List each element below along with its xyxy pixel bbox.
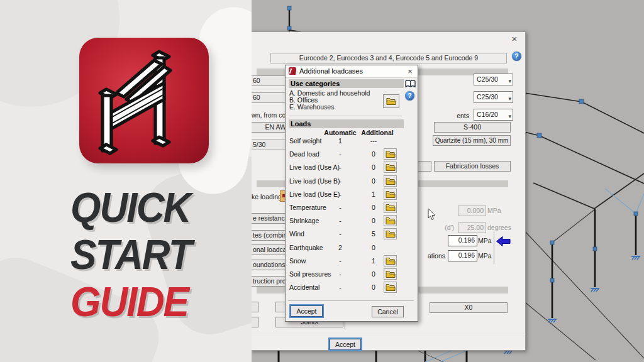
- dialog-title: Additional loadcases: [299, 67, 363, 75]
- load-additional-value: 0: [366, 150, 381, 158]
- load-automatic-value: -: [328, 177, 353, 185]
- load-automatic-value: -: [328, 163, 353, 171]
- pressure-field-2[interactable]: 0.196: [448, 250, 477, 261]
- load-automatic-value: 2: [328, 244, 353, 251]
- divider: [250, 334, 525, 335]
- steel-grade-button[interactable]: S-400: [434, 122, 511, 133]
- divider: [289, 116, 402, 116]
- load-folder-button[interactable]: [384, 268, 397, 280]
- unit-label: MPa: [478, 252, 492, 260]
- load-row-name: Temperature: [289, 204, 326, 211]
- load-additional-value: 0: [366, 270, 381, 278]
- folder-icon: [386, 203, 396, 212]
- unit-label: MPa: [487, 207, 501, 214]
- window-close-icon[interactable]: ×: [509, 33, 520, 45]
- load-row-name: Wind: [289, 230, 304, 238]
- copy-left-arrow-button[interactable]: [496, 236, 511, 246]
- load-additional-value: 5: [366, 230, 381, 238]
- load-folder-button[interactable]: [384, 228, 397, 239]
- use-categories-header: Use categories: [289, 79, 404, 88]
- load-automatic-value: -: [328, 283, 353, 291]
- dialog-help-icon[interactable]: ?: [405, 91, 414, 101]
- folder-icon: [386, 150, 396, 158]
- loads-header: Loads: [289, 119, 404, 128]
- material-field-1[interactable]: 60: [250, 75, 288, 86]
- folder-icon: [386, 163, 396, 172]
- load-row-name: Earthquake: [289, 244, 323, 251]
- load-folder-button[interactable]: [384, 255, 397, 266]
- concrete-grade-select-3[interactable]: C16/20 ▾: [474, 109, 513, 121]
- load-automatic-value: -: [328, 190, 353, 198]
- load-automatic-value: -: [328, 217, 353, 224]
- chevron-down-icon: ▾: [508, 94, 511, 104]
- window-help-icon[interactable]: ?: [512, 52, 521, 61]
- loading-label: ke loading: [252, 193, 282, 200]
- open-categories-folder-button[interactable]: [383, 94, 399, 108]
- d-prime-label: (d'): [436, 224, 454, 231]
- title-line-2: START: [70, 231, 191, 278]
- folder-icon: [386, 270, 396, 278]
- window-accept-button[interactable]: Accept: [330, 339, 361, 350]
- load-additional-value: 0: [366, 204, 381, 211]
- en-aw-button[interactable]: EN AW: [250, 122, 289, 133]
- load-folder-button[interactable]: [384, 162, 397, 173]
- load-folder-button[interactable]: [384, 282, 397, 293]
- chevron-down-icon: ▾: [508, 111, 511, 122]
- folder-icon: [386, 229, 396, 238]
- load-automatic-value: -: [328, 150, 353, 158]
- load-folder-button[interactable]: [384, 215, 397, 226]
- folder-icon: [386, 256, 396, 265]
- load-additional-value: 1: [366, 190, 381, 198]
- load-automatic-value: -: [328, 270, 353, 278]
- dialog-accept-button[interactable]: Accept: [291, 305, 323, 317]
- load-folder-button[interactable]: [384, 189, 397, 200]
- load-row-name: Dead load: [289, 150, 319, 158]
- folder-icon: [386, 283, 396, 292]
- material-field-2[interactable]: 60: [250, 92, 288, 103]
- column-header-automatic: Automatic: [320, 129, 360, 136]
- concrete-grade-select-1[interactable]: C25/30 ▾: [474, 74, 513, 85]
- dialog-cancel-button[interactable]: Cancel: [372, 306, 404, 317]
- thumbnail-panel: QUICK START GUIDE: [0, 0, 252, 362]
- load-folder-button[interactable]: [384, 175, 397, 187]
- load-automatic-value: -: [328, 204, 353, 211]
- load-folder-button[interactable]: [384, 202, 397, 213]
- use-category-item: E. Warehouses: [289, 103, 334, 111]
- fabrication-losses-button[interactable]: Fabrication losses: [434, 161, 511, 172]
- folder-icon: [386, 97, 396, 106]
- beams-icon: [79, 38, 209, 163]
- concrete-field[interactable]: 5/30: [250, 140, 288, 150]
- divider: [288, 300, 414, 301]
- steel-beams-logo: [79, 38, 209, 163]
- load-additional-value: ---: [366, 137, 381, 145]
- elements-label: ents: [439, 112, 469, 119]
- folder-icon: [386, 177, 396, 185]
- load-automatic-value: -: [328, 230, 353, 238]
- load-row-name: Self weight: [289, 137, 321, 145]
- surface-button[interactable]: Quartzite (15 mm), 30 mm: [433, 135, 511, 146]
- load-additional-value: 0: [366, 177, 381, 185]
- load-additional-value: 1: [366, 257, 381, 265]
- x0-button[interactable]: X0: [430, 302, 508, 313]
- mouse-cursor: [428, 209, 436, 221]
- foundations-value-label: ations: [421, 252, 445, 260]
- value-field-2: 25.00: [458, 222, 486, 233]
- folder-icon: [386, 216, 396, 225]
- concrete-grade-select-2[interactable]: C25/30 ▾: [474, 91, 513, 103]
- load-folder-button[interactable]: [384, 148, 397, 160]
- screenshot-canvas: × ? Eurocode 2, Eurocodes 3 and 4, Euroc…: [0, 0, 644, 362]
- load-additional-value: 0: [366, 283, 381, 291]
- select-value: C25/30: [477, 93, 498, 101]
- pressure-field-1[interactable]: 0.196: [448, 235, 477, 246]
- dialog-close-icon[interactable]: ×: [406, 67, 414, 76]
- codes-book-icon[interactable]: [405, 79, 416, 88]
- load-row-name: Shrinkage: [289, 217, 319, 224]
- load-row-name: Soil pressures: [289, 270, 331, 278]
- load-automatic-value: -: [328, 257, 353, 265]
- dialog-titlebar[interactable]: Additional loadcases ×: [286, 65, 418, 78]
- load-additional-value: 0: [366, 217, 381, 224]
- load-additional-value: 0: [366, 244, 381, 251]
- material-note: wn, from con: [252, 111, 289, 119]
- column-header-additional: Additional: [357, 129, 397, 136]
- unit-label: MPa: [478, 237, 492, 244]
